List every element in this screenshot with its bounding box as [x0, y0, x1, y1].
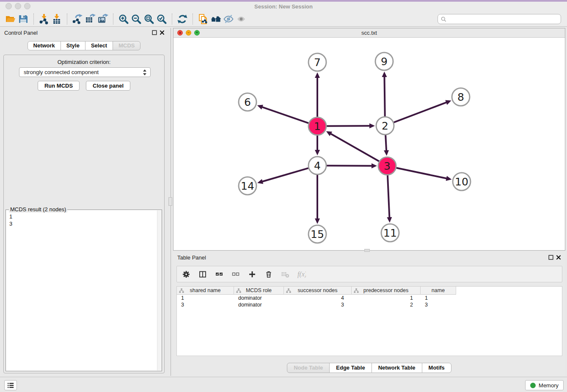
graph-node[interactable]: 7: [308, 53, 326, 71]
import-network-from-file-icon[interactable]: [38, 13, 50, 25]
tab-select[interactable]: Select: [85, 41, 113, 50]
graph-node[interactable]: 3: [378, 157, 396, 175]
float-panel-icon[interactable]: [152, 30, 157, 35]
svg-text:11: 11: [383, 227, 397, 239]
tab-motifs[interactable]: Motifs: [422, 363, 451, 373]
open-file-icon[interactable]: [4, 13, 17, 25]
toolbar-separator: [113, 14, 113, 25]
save-session-icon[interactable]: [17, 13, 30, 25]
tab-mcds[interactable]: MCDS: [113, 41, 140, 50]
network-window-titlebar[interactable]: x − + scc.txt: [173, 28, 565, 38]
graph-edge[interactable]: [384, 135, 389, 156]
new-network-from-selection-icon[interactable]: [197, 13, 209, 25]
tab-style[interactable]: Style: [61, 41, 85, 50]
first-neighbors-icon[interactable]: [209, 13, 222, 25]
zoom-selected-region-icon[interactable]: [155, 13, 168, 25]
deselect-all-icon[interactable]: [231, 269, 241, 279]
apply-preferred-layout-icon[interactable]: [176, 13, 189, 25]
graph-edge[interactable]: [396, 168, 452, 181]
tab-edge-table[interactable]: Edge Table: [329, 363, 372, 373]
close-table-panel-icon[interactable]: [556, 255, 561, 260]
column-header-predecessor-nodes[interactable]: predecessor nodes: [352, 287, 421, 295]
toggle-column-visibility-icon[interactable]: [198, 269, 208, 279]
table-cell: 1: [177, 295, 234, 301]
hide-graphics-details-icon[interactable]: [222, 13, 235, 25]
vertical-split-grip[interactable]: [168, 197, 172, 206]
graph-node[interactable]: 9: [375, 52, 393, 70]
network-canvas[interactable]: 7968124314101511: [173, 38, 565, 250]
optimization-criterion-label: Optimization criterion:: [4, 59, 164, 65]
titlebar: Session: New Session: [0, 0, 567, 12]
delete-columns-icon[interactable]: [264, 269, 274, 279]
close-panel-icon[interactable]: [160, 30, 165, 35]
horizontal-split-grip[interactable]: [364, 249, 370, 252]
tab-node-table[interactable]: Node Table: [287, 363, 330, 373]
delete-table-icon[interactable]: [280, 269, 290, 279]
svg-text:10: 10: [455, 176, 468, 188]
window-title: Session: New Session: [0, 3, 567, 10]
graph-edge[interactable]: [257, 168, 308, 184]
dropdown-spinner-icon: [143, 69, 147, 76]
toolbar-separator: [67, 14, 67, 25]
table-row[interactable]: 1dominator411: [177, 295, 562, 301]
graph-edge[interactable]: [315, 135, 320, 155]
table-cell: 1: [421, 295, 456, 301]
graph-edge[interactable]: [315, 175, 320, 224]
table-settings-gear-icon[interactable]: [181, 269, 191, 279]
graph-edge[interactable]: [315, 72, 320, 117]
graph-node[interactable]: 2: [376, 117, 394, 135]
function-builder-icon[interactable]: f(x): [297, 269, 307, 279]
memory-button[interactable]: Memory: [525, 380, 564, 390]
column-header-mcds-role[interactable]: MCDS role: [234, 287, 284, 295]
export-table-icon[interactable]: [84, 13, 96, 25]
control-panel: Control Panel Network Style Select MCDS …: [0, 28, 168, 376]
zoom-fit-content-icon[interactable]: [143, 13, 155, 25]
graph-edge[interactable]: [382, 72, 387, 116]
zoom-out-icon[interactable]: [130, 13, 143, 25]
create-new-column-icon[interactable]: [247, 269, 257, 279]
graph-edge[interactable]: [394, 100, 451, 123]
table-header-row: shared name MCDS role successor nodes pr…: [177, 287, 562, 295]
table-cell: 4: [284, 295, 352, 301]
close-panel-button[interactable]: Close panel: [86, 81, 130, 91]
graph-edge[interactable]: [387, 175, 392, 223]
float-table-panel-icon[interactable]: [548, 255, 553, 260]
graph-edge[interactable]: [326, 131, 379, 161]
graph-node[interactable]: 10: [453, 173, 471, 190]
criterion-dropdown[interactable]: strongly connected component: [19, 67, 151, 77]
graph-edge[interactable]: [327, 163, 377, 168]
graph-node[interactable]: 11: [381, 224, 399, 242]
column-header-successor-nodes[interactable]: successor nodes: [284, 287, 352, 295]
column-header-name[interactable]: name: [421, 287, 456, 295]
graph-edge[interactable]: [257, 105, 309, 123]
graph-node[interactable]: 14: [239, 177, 256, 195]
table-row[interactable]: 3dominator323: [177, 301, 562, 308]
table-cell: 3: [284, 301, 352, 308]
graph-node[interactable]: 1: [308, 117, 326, 135]
graph-node[interactable]: 8: [452, 88, 470, 106]
column-header-shared-name[interactable]: shared name: [177, 287, 234, 295]
search-input[interactable]: [438, 14, 561, 24]
main-toolbar: [0, 12, 567, 27]
sort-icon: [354, 288, 359, 293]
zoom-in-icon[interactable]: [117, 13, 130, 25]
table-cell: 3: [177, 301, 234, 308]
svg-text:f(x): f(x): [297, 271, 306, 278]
table-cell: 1: [352, 295, 421, 301]
search-icon: [441, 17, 446, 22]
graph-node[interactable]: 15: [308, 225, 326, 243]
export-image-icon[interactable]: [96, 13, 109, 25]
graph-node[interactable]: 6: [239, 93, 256, 111]
tab-network[interactable]: Network: [28, 41, 61, 50]
result-scrollbar[interactable]: [157, 210, 162, 370]
select-all-icon[interactable]: [214, 269, 224, 279]
table-toolbar: f(x): [176, 266, 562, 282]
tab-network-table[interactable]: Network Table: [372, 363, 422, 373]
show-graphics-details-icon[interactable]: [235, 13, 248, 25]
run-mcds-button[interactable]: Run MCDS: [38, 81, 80, 91]
task-history-button[interactable]: [4, 380, 17, 390]
graph-edge[interactable]: [327, 123, 375, 128]
export-network-icon[interactable]: [71, 13, 84, 25]
import-table-from-file-icon[interactable]: [50, 13, 63, 25]
graph-node[interactable]: 4: [308, 157, 326, 174]
